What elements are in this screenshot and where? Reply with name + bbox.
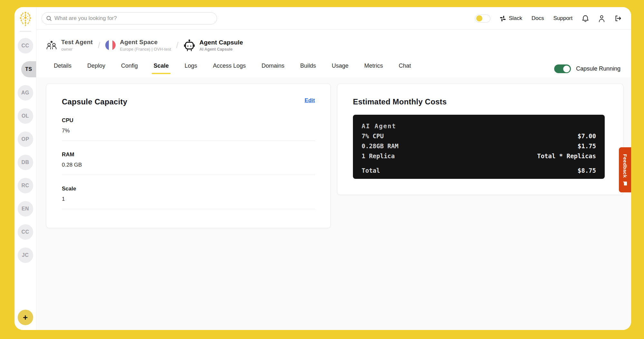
workspace-avatar-active[interactable]: TS [21, 61, 36, 77]
theme-toggle-knob [476, 15, 482, 22]
breadcrumb-capsule-subtitle: AI Agent Capsule [199, 47, 243, 52]
breadcrumb: Test Agent owner / Agent Space Europe (F… [46, 39, 243, 52]
row-divider [62, 175, 315, 175]
cost-cpu-label: 7% CPU [362, 132, 384, 140]
sidebar: CC TS AG OL OP DB RC EN CC JC + [14, 7, 36, 330]
cpu-label: CPU [62, 117, 315, 124]
breadcrumb-environment[interactable]: Agent Space Europe (France) | OVH-test [105, 39, 171, 52]
tab-metrics[interactable]: Metrics [364, 63, 383, 74]
feedback-label: Feedback [622, 154, 628, 178]
user-icon [598, 15, 605, 22]
capsule-running-control: Capsule Running [554, 64, 620, 73]
bell-icon [582, 15, 589, 22]
tab-logs[interactable]: Logs [185, 63, 197, 74]
tab-deploy[interactable]: Deploy [87, 63, 105, 74]
docs-link[interactable]: Docs [532, 15, 544, 22]
tab-builds[interactable]: Builds [300, 63, 316, 74]
row-divider [62, 209, 315, 209]
cost-row-total: Total $8.75 [362, 167, 596, 174]
brand-logo-icon[interactable] [18, 11, 33, 28]
scale-value: 1 [62, 196, 315, 202]
breadcrumb-environment-title: Agent Space [120, 39, 171, 46]
tab-chat[interactable]: Chat [399, 63, 411, 74]
search-icon [46, 15, 52, 21]
cpu-value: 7% [62, 128, 315, 134]
scale-label: Scale [62, 186, 315, 192]
tab-scale[interactable]: Scale [154, 63, 169, 74]
theme-toggle[interactable] [475, 15, 490, 23]
breadcrumb-hub-title: Test Agent [61, 39, 93, 46]
cost-ram-value: $1.75 [578, 142, 596, 150]
logout-icon [614, 15, 621, 22]
capsule-running-toggle-knob [563, 65, 570, 72]
feedback-button[interactable]: Feedback [619, 147, 631, 192]
app-window: CC TS AG OL OP DB RC EN CC JC + [14, 7, 631, 330]
workspace-avatar[interactable]: EN [18, 201, 33, 217]
robot-icon [184, 39, 195, 51]
capacity-card-title: Capsule Capacity [62, 97, 127, 106]
team-icon [46, 40, 57, 51]
capacity-row-scale: Scale 1 [62, 186, 315, 209]
breadcrumb-hub-subtitle: owner [61, 47, 93, 52]
docs-label: Docs [532, 15, 544, 22]
cost-cpu-value: $7.00 [578, 132, 596, 140]
cost-ram-label: 0.28GB RAM [362, 142, 398, 150]
breadcrumb-hub[interactable]: Test Agent owner [46, 39, 93, 52]
tab-usage[interactable]: Usage [332, 63, 348, 74]
add-workspace-button[interactable]: + [18, 310, 33, 325]
chat-bubble-icon [623, 181, 627, 186]
cost-row-cpu: 7% CPU $7.00 [362, 132, 596, 140]
cost-breakdown-panel: AI Agent 7% CPU $7.00 0.28GB RAM $1.75 1… [353, 115, 605, 179]
support-link[interactable]: Support [553, 15, 573, 22]
cost-row-replica: 1 Replica Total * Replicas [362, 152, 596, 160]
search-input[interactable] [54, 15, 213, 22]
tab-domains[interactable]: Domains [261, 63, 284, 74]
logout-button[interactable] [614, 15, 621, 22]
workspace-avatar[interactable]: CC [18, 38, 33, 53]
edit-capacity-link[interactable]: Edit [305, 97, 315, 104]
france-flag-icon [105, 40, 116, 50]
support-label: Support [553, 15, 573, 22]
breadcrumb-capsule-title: Agent Capsule [199, 39, 243, 46]
row-divider [62, 140, 315, 141]
slack-link[interactable]: Slack [500, 15, 522, 22]
workspace-avatar[interactable]: AG [18, 85, 33, 101]
capsule-tabs: Details Deploy Config Scale Logs Access … [54, 63, 411, 74]
monthly-costs-card: Estimated Monthly Costs AI Agent 7% CPU … [337, 83, 623, 195]
workspace-avatar[interactable]: OP [18, 131, 33, 147]
cost-replica-label: 1 Replica [362, 152, 395, 160]
ram-value: 0.28 GB [62, 162, 315, 168]
capsule-running-toggle[interactable] [554, 64, 571, 73]
workspace-avatar[interactable]: CC [18, 224, 33, 240]
slack-icon [500, 15, 506, 22]
breadcrumb-environment-subtitle: Europe (France) | OVH-test [120, 47, 171, 52]
cost-replica-value: Total * Replicas [537, 152, 596, 160]
sidebar-divider [20, 31, 31, 32]
notifications-button[interactable] [582, 15, 589, 22]
capsule-capacity-card: Capsule Capacity Edit CPU 7% RAM 0.28 GB [46, 83, 331, 228]
workspace-avatar[interactable]: JC [18, 247, 33, 263]
workspace-avatar[interactable]: OL [18, 108, 33, 124]
account-button[interactable] [598, 15, 605, 22]
cost-row-ram: 0.28GB RAM $1.75 [362, 142, 596, 150]
capacity-rows: CPU 7% RAM 0.28 GB Scale 1 [46, 106, 330, 209]
workspace-avatar[interactable]: RC [18, 178, 33, 193]
topbar: Slack Docs Support [36, 7, 631, 30]
ram-label: RAM [62, 151, 315, 158]
topbar-actions: Slack Docs Support [475, 7, 621, 30]
slack-label: Slack [509, 15, 522, 22]
cost-panel-header: AI Agent [362, 122, 596, 130]
workspace-avatar[interactable]: DB [18, 155, 33, 170]
capsule-running-label: Capsule Running [576, 65, 620, 72]
main-area: Slack Docs Support [36, 7, 631, 330]
capacity-row-ram: RAM 0.28 GB [62, 151, 315, 175]
tab-details[interactable]: Details [54, 63, 71, 74]
tab-access-logs[interactable]: Access Logs [213, 63, 246, 74]
workspace-avatar-list: CC TS AG OL OP DB RC EN CC JC [14, 38, 36, 263]
costs-card-title: Estimated Monthly Costs [353, 97, 447, 106]
global-search[interactable] [42, 12, 217, 24]
tab-config[interactable]: Config [121, 63, 138, 74]
content-area: Capsule Capacity Edit CPU 7% RAM 0.28 GB [36, 77, 631, 330]
cost-total-value: $8.75 [578, 167, 596, 174]
breadcrumb-capsule[interactable]: Agent Capsule AI Agent Capsule [184, 39, 243, 52]
